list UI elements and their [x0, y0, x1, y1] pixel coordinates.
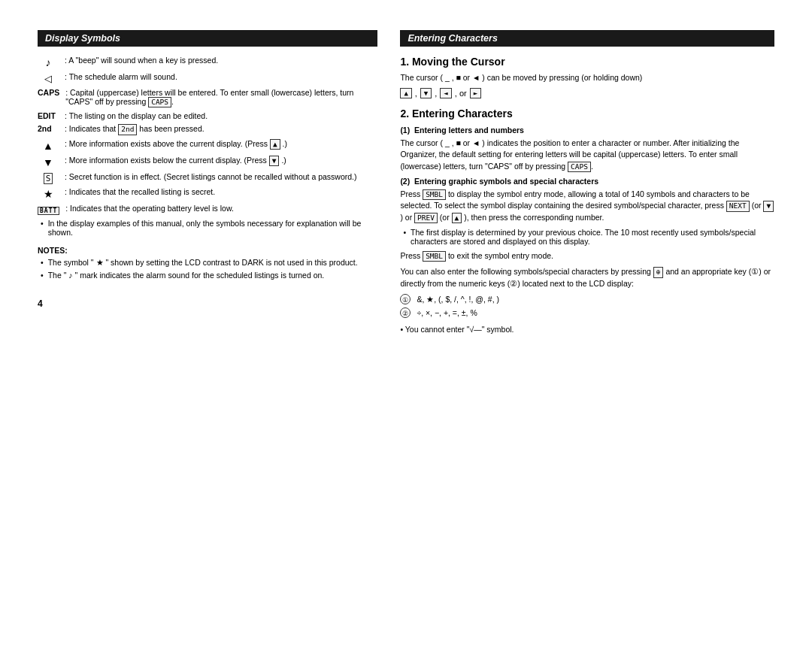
arrow-sep2: ,	[435, 89, 437, 98]
note2-dot: •	[41, 271, 44, 280]
cannot-enter: • You cannot enter "√—" symbol.	[400, 324, 774, 335]
display-symbols-header: Display Symbols	[38, 30, 377, 47]
cursor-line: The cursor ( _ , ■ or ◄ ) can be moved b…	[400, 72, 774, 83]
symbol-text-music: : A "beep" will sound when a key is pres…	[65, 56, 377, 65]
sub2-bullet1-dot: •	[403, 228, 406, 246]
symbol-text-batt: : Indicates that the operating battery l…	[65, 204, 377, 213]
note1-dot: •	[41, 258, 44, 267]
circle1-text: &, ★, (, $, /, ^, !, @, #, )	[417, 295, 499, 304]
edit-label: EDIT	[38, 111, 59, 120]
circle2-text: ÷, ×, −, +, =, ±, %	[417, 308, 477, 317]
arrow-row: ▲ , ▼ , ◄ , or ►	[400, 88, 774, 98]
left-column: Display Symbols ♪ : A "beep" will sound …	[38, 30, 377, 627]
symbol-row-alarm: ◁ : The schedule alarm will sound.	[38, 72, 377, 84]
alarm-icon: ◁	[38, 72, 59, 84]
circle1-row: ① &, ★, (, $, /, ^, !, @, #, )	[400, 294, 774, 304]
music-icon: ♪	[38, 56, 59, 68]
sub1-para: The cursor ( _ , ■ or ◄ ) indicates the …	[400, 138, 774, 172]
bullet-display-text: In the display examples of this manual, …	[48, 219, 378, 237]
symbol-row-secret: S : Secret function is in effect. (Secre…	[38, 172, 377, 183]
symbol-row-2nd: 2nd : Indicates that 2nd has been presse…	[38, 124, 377, 135]
symbol-text-alarm: : The schedule alarm will sound.	[65, 72, 377, 81]
entering-chars-header: Entering Characters	[400, 30, 774, 47]
arrow-down-icon: ▼	[38, 156, 59, 168]
down-arrow-key: ▼	[420, 88, 432, 98]
symbol-text-2nd: : Indicates that 2nd has been pressed.	[65, 124, 377, 135]
notes-section: NOTES: • The symbol " ★ " shown by setti…	[38, 246, 377, 280]
sub1-caps-key: CAPS	[568, 162, 591, 172]
symbol-text-caps: : Capital (uppercase) letters will be en…	[65, 88, 377, 107]
press-smbl-line: Press SMBL to exit the symbol entry mode…	[400, 250, 774, 262]
symbol-row-caps: CAPS : Capital (uppercase) letters will …	[38, 88, 377, 107]
page-number: 4	[38, 283, 377, 309]
next-key: NEXT	[726, 201, 750, 211]
sub2-para1: Press SMBL to display the symbol entry m…	[400, 189, 774, 223]
bullet-display: • In the display examples of this manual…	[38, 219, 377, 237]
sub2-bullet1: • The first display is determined by you…	[400, 228, 774, 246]
right-arrow-key: ►	[470, 88, 481, 98]
symbol-row-edit: EDIT : The listing on the display can be…	[38, 111, 377, 120]
up-key: ▲	[270, 139, 280, 150]
right-column: Entering Characters 1. Moving the Cursor…	[400, 30, 774, 627]
caps-key: CAPS	[148, 97, 171, 107]
symbol-row-arrow-up: ▲ : More information exists above the cu…	[38, 139, 377, 152]
plus-key: ⊕	[653, 267, 664, 277]
sub1-title: (1) Entering letters and numbers	[400, 126, 774, 135]
symbol-text-edit: : The listing on the display can be edit…	[65, 111, 377, 120]
note2-item: • The " ♪ " mark indicates the alarm sou…	[38, 271, 377, 280]
also-enter-para: You can also enter the following symbols…	[400, 266, 774, 289]
symbol-row-batt: BATT : Indicates that the operating batt…	[38, 204, 377, 215]
note1-text: The symbol " ★ " shown by setting the LC…	[48, 258, 358, 267]
sub2-bullet1-text: The first display is determined by your …	[411, 228, 774, 246]
bullet-dot: •	[41, 219, 44, 237]
display-symbols-content: ♪ : A "beep" will sound when a key is pr…	[38, 56, 377, 280]
symbol-text-arrow-down: : More information exists below the curr…	[65, 156, 377, 166]
symbol-row-music: ♪ : A "beep" will sound when a key is pr…	[38, 56, 377, 68]
symbol-text-star: : Indicates that the recalled listing is…	[65, 187, 377, 196]
star-icon: ★	[38, 187, 59, 200]
notes-label: NOTES:	[38, 246, 377, 255]
up-key2: ▲	[452, 213, 462, 223]
symbol-text-secret: : Secret function is in effect. (Secret …	[65, 172, 377, 181]
circle1-icon: ①	[400, 294, 411, 304]
sub2-title: (2) Entering graphic symbols and special…	[400, 177, 774, 186]
down-key: ▼	[269, 156, 280, 166]
caps-label: CAPS	[38, 88, 59, 97]
down-key2: ▼	[763, 201, 774, 211]
note2-text: The " ♪ " mark indicates the alarm sound…	[48, 271, 325, 280]
batt-icon: BATT	[38, 204, 59, 215]
smbl-key1: SMBL	[423, 189, 446, 200]
page: Display Symbols ♪ : A "beep" will sound …	[0, 0, 812, 657]
2nd-key: 2nd	[118, 124, 137, 135]
symbol-row-arrow-down: ▼ : More information exists below the cu…	[38, 156, 377, 168]
two-column-layout: Display Symbols ♪ : A "beep" will sound …	[38, 30, 774, 627]
arrow-sep3: , or	[455, 89, 467, 98]
secret-icon: S	[38, 172, 59, 183]
arrow-up-icon: ▲	[38, 139, 59, 152]
moving-cursor-title: 1. Moving the Cursor	[400, 56, 774, 68]
up-arrow-key: ▲	[400, 88, 411, 98]
2nd-label: 2nd	[38, 124, 59, 133]
left-arrow-key: ◄	[440, 88, 451, 98]
symbol-row-star: ★ : Indicates that the recalled listing …	[38, 187, 377, 200]
note1-item: • The symbol " ★ " shown by setting the …	[38, 258, 377, 267]
symbol-text-arrow-up: : More information exists above the curr…	[65, 139, 377, 150]
entering-chars-title: 2. Entering Characters	[400, 107, 774, 120]
smbl-key2: SMBL	[423, 251, 446, 262]
prev-key: PREV	[414, 213, 438, 223]
circle2-row: ② ÷, ×, −, +, =, ±, %	[400, 307, 774, 318]
circle2-icon: ②	[400, 307, 411, 318]
arrow-sep1: ,	[415, 89, 417, 98]
